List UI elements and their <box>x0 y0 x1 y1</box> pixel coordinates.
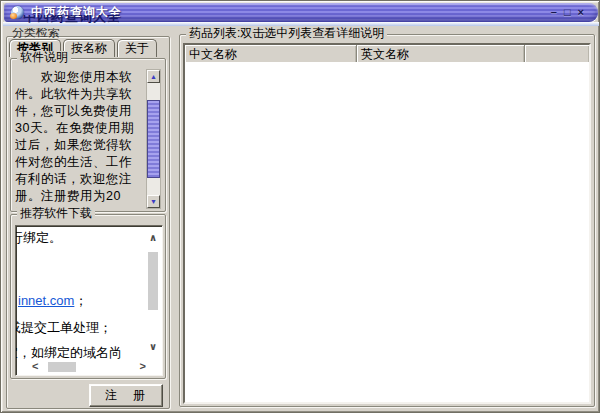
drug-list-label: 药品列表:双击选中列表查看详细说明 <box>186 27 387 40</box>
chevron-left-icon[interactable]: < <box>32 360 38 372</box>
window-controls: – □ × <box>551 7 584 18</box>
chevron-down-icon[interactable]: ∨ <box>146 341 160 352</box>
register-button[interactable]: 注 册 <box>89 384 163 407</box>
app-window: 中西药查询大全 – □ × 中西药查询大全 分类检索 按类别 按名称 关于 软件… <box>0 0 600 413</box>
clipped-banner-text: 中西药查询大全 <box>23 15 153 23</box>
drug-list-header-row: 中文名称 英文名称 <box>185 45 589 62</box>
recommended-download-title: 推荐软件下载 <box>17 207 95 220</box>
download-webview: 行绑定。 innet.com； 或提交工单处理； 定，如绑定的域名尚 ∧ ∨ <… <box>15 225 163 376</box>
drug-list-groupbox: 药品列表:双击选中列表查看详细说明 中文名称 英文名称 <box>179 34 595 407</box>
category-search-label: 分类检索 <box>12 28 82 38</box>
tab-about[interactable]: 关于 <box>117 39 157 57</box>
webview-horizontal-scrollbar[interactable]: < > <box>20 360 150 374</box>
scroll-up-icon: ▲ <box>150 73 157 80</box>
scrollbar-thumb[interactable] <box>147 100 160 178</box>
webview-line-1: 行绑定。 <box>15 229 62 247</box>
software-description-title: 软件说明 <box>17 51 71 64</box>
software-description-scrollbar[interactable]: ▲ ▼ <box>146 69 161 209</box>
drug-list-body[interactable] <box>185 62 589 402</box>
close-icon[interactable]: × <box>578 7 584 18</box>
webview-vertical-scrollbar[interactable]: ∧ ∨ <box>146 230 160 360</box>
recommended-download-groupbox: 推荐软件下载 行绑定。 innet.com； 或提交工单处理； 定，如绑定的域名… <box>10 214 166 379</box>
column-header-empty[interactable] <box>525 45 589 62</box>
software-description-groupbox: 软件说明 欢迎您使用本软件。此软件为共享软件，您可以免费使用30天。在免费使用期… <box>10 58 166 212</box>
drug-list-table: 中文名称 英文名称 <box>183 43 591 404</box>
download-link-suffix: ； <box>74 293 87 308</box>
scroll-down-button[interactable]: ▼ <box>147 195 160 208</box>
webview-vscroll-thumb[interactable] <box>148 252 158 310</box>
download-link[interactable]: innet.com <box>18 293 74 308</box>
webview-line-3: 或提交工单处理； <box>15 319 112 337</box>
maximize-icon[interactable]: □ <box>564 7 571 18</box>
column-header-english-name[interactable]: 英文名称 <box>357 45 525 62</box>
webview-line-2: innet.com； <box>18 292 87 310</box>
scroll-down-icon: ▼ <box>150 198 157 205</box>
software-description-text: 欢迎您使用本软件。此软件为共享软件，您可以免费使用30天。在免费使用期过后，如果… <box>15 69 141 209</box>
webview-hscroll-thumb[interactable] <box>48 362 76 372</box>
minimize-icon[interactable]: – <box>551 7 557 18</box>
chevron-right-icon[interactable]: > <box>140 360 146 372</box>
chevron-up-icon[interactable]: ∧ <box>146 232 160 243</box>
column-header-chinese-name[interactable]: 中文名称 <box>185 45 357 62</box>
app-icon-orange-dot <box>10 13 17 19</box>
scroll-up-button[interactable]: ▲ <box>147 70 160 83</box>
